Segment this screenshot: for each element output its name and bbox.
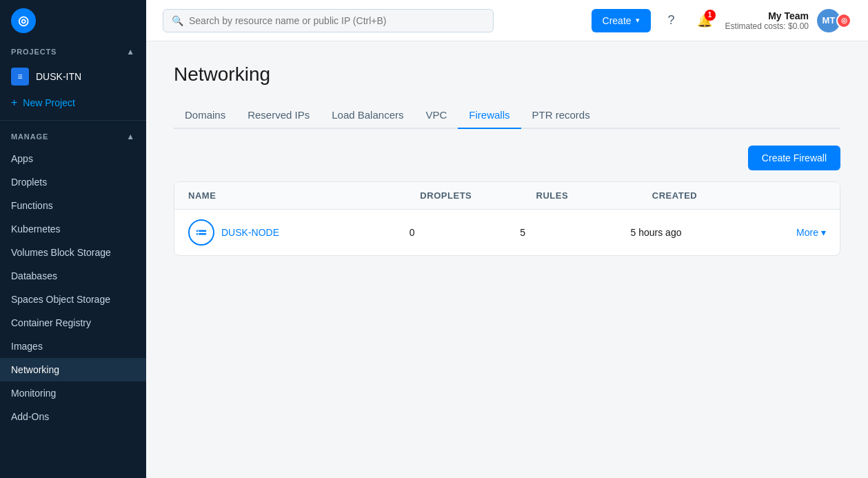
content: Networking Domains Reserved IPs Load Bal… <box>146 41 868 478</box>
team-cost: Estimated costs: $0.00 <box>725 21 809 31</box>
firewall-rules: 5 <box>520 227 630 238</box>
notifications-button[interactable]: 🔔 1 <box>692 8 717 33</box>
create-chevron-icon: ▾ <box>636 16 640 25</box>
create-label: Create <box>603 15 632 26</box>
firewall-droplets: 0 <box>410 227 520 238</box>
addons-label: Add-Ons <box>11 411 49 422</box>
sidebar: ◎ PROJECTS ▲ ≡ DUSK-ITN + New Project MA… <box>0 0 146 478</box>
new-project-button[interactable]: + New Project <box>0 91 146 114</box>
sidebar-item-container-registry[interactable]: Container Registry <box>0 311 146 335</box>
sidebar-item-droplets[interactable]: Droplets <box>0 170 146 194</box>
droplets-label: Droplets <box>11 177 47 188</box>
sidebar-item-networking[interactable]: Networking <box>0 358 146 381</box>
team-name: My Team <box>725 10 809 21</box>
header-actions: Create ▾ ? 🔔 1 My Team Estimated costs: … <box>592 8 851 33</box>
svg-point-2 <box>198 230 199 232</box>
create-firewall-label: Create Firewall <box>762 152 827 163</box>
create-firewall-button[interactable]: Create Firewall <box>748 146 840 170</box>
sidebar-item-images[interactable]: Images <box>0 335 146 358</box>
header: 🔍 Create ▾ ? 🔔 1 My Team Estimated costs… <box>146 0 868 41</box>
kubernetes-label: Kubernetes <box>11 223 61 235</box>
firewall-name-link[interactable]: DUSK-NODE <box>221 227 279 238</box>
databases-label: Databases <box>11 270 57 281</box>
col-rules: Rules <box>536 190 652 201</box>
tabs-nav: Domains Reserved IPs Load Balancers VPC … <box>174 102 840 129</box>
projects-chevron-icon: ▲ <box>126 47 135 57</box>
functions-label: Functions <box>11 200 53 211</box>
tab-ptr-records[interactable]: PTR records <box>521 102 601 129</box>
tab-load-balancers[interactable]: Load Balancers <box>321 102 414 129</box>
manage-label: MANAGE <box>11 132 48 141</box>
tab-domains[interactable]: Domains <box>174 102 236 129</box>
sidebar-item-kubernetes[interactable]: Kubernetes <box>0 217 146 241</box>
apps-label: Apps <box>11 153 33 164</box>
monitoring-label: Monitoring <box>11 388 56 399</box>
sidebar-item-monitoring[interactable]: Monitoring <box>0 381 146 405</box>
firewall-created: 5 hours ago <box>631 227 797 238</box>
tab-firewalls[interactable]: Firewalls <box>458 102 521 129</box>
new-project-plus-icon: + <box>11 97 17 109</box>
container-registry-label: Container Registry <box>11 317 91 328</box>
projects-section-header[interactable]: PROJECTS ▲ <box>0 41 146 62</box>
logo-area[interactable]: ◎ <box>0 0 146 41</box>
avatar-secondary: ◎ <box>836 13 851 28</box>
help-icon: ? <box>668 13 675 28</box>
networking-label: Networking <box>11 364 59 375</box>
avatar-area[interactable]: MT ◎ <box>817 9 851 32</box>
search-input[interactable] <box>189 15 485 26</box>
firewall-icon <box>188 219 214 246</box>
sidebar-divider <box>0 120 146 121</box>
notification-badge: 1 <box>705 10 716 21</box>
firewall-name-cell: DUSK-NODE <box>188 219 410 246</box>
project-item-dusk-itn[interactable]: ≡ DUSK-ITN <box>0 62 146 91</box>
new-project-label: New Project <box>23 97 74 108</box>
svg-point-3 <box>198 233 199 235</box>
table-row: DUSK-NODE 0 5 5 hours ago More ▾ <box>174 210 840 255</box>
team-info: My Team Estimated costs: $0.00 <box>725 10 809 31</box>
spaces-label: Spaces Object Storage <box>11 294 110 305</box>
page-title: Networking <box>174 63 840 86</box>
col-droplets: Droplets <box>420 190 536 201</box>
search-bar[interactable]: 🔍 <box>163 9 494 32</box>
more-button[interactable]: More ▾ <box>796 227 826 238</box>
manage-chevron-icon: ▲ <box>126 132 135 141</box>
sidebar-item-functions[interactable]: Functions <box>0 194 146 217</box>
search-icon: 🔍 <box>172 15 183 26</box>
help-button[interactable]: ? <box>659 8 684 33</box>
projects-label: PROJECTS <box>11 48 57 56</box>
col-name: Name <box>188 190 420 201</box>
manage-section-header[interactable]: MANAGE ▲ <box>0 126 146 147</box>
create-button[interactable]: Create ▾ <box>592 9 651 32</box>
col-created: Created <box>652 190 826 201</box>
sidebar-item-apps[interactable]: Apps <box>0 147 146 170</box>
table-actions: Create Firewall <box>174 146 840 170</box>
project-icon: ≡ <box>11 68 29 86</box>
logo-icon: ◎ <box>11 8 36 33</box>
more-label: More <box>796 227 818 238</box>
sidebar-item-spaces[interactable]: Spaces Object Storage <box>0 288 146 311</box>
images-label: Images <box>11 341 43 352</box>
main-area: 🔍 Create ▾ ? 🔔 1 My Team Estimated costs… <box>146 0 868 478</box>
firewall-more-cell: More ▾ <box>796 227 826 238</box>
volumes-label: Volumes Block Storage <box>11 247 111 258</box>
table-header: Name Droplets Rules Created <box>174 182 840 210</box>
more-chevron-icon: ▾ <box>821 227 826 238</box>
sidebar-item-addons[interactable]: Add-Ons <box>0 405 146 428</box>
project-name: DUSK-ITN <box>36 71 81 82</box>
sidebar-item-volumes[interactable]: Volumes Block Storage <box>0 241 146 264</box>
sidebar-item-databases[interactable]: Databases <box>0 264 146 288</box>
firewalls-table: Name Droplets Rules Created <box>174 181 840 256</box>
tab-vpc[interactable]: VPC <box>414 102 458 129</box>
tab-reserved-ips[interactable]: Reserved IPs <box>236 102 321 129</box>
